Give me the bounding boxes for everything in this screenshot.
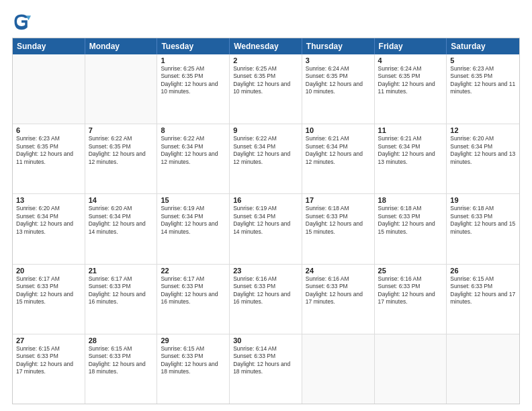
calendar-cell: 4Sunrise: 6:24 AM Sunset: 6:35 PM Daylig… xyxy=(375,54,447,124)
day-info: Sunrise: 6:18 AM Sunset: 6:33 PM Dayligh… xyxy=(378,205,443,236)
calendar-row-3: 13Sunrise: 6:20 AM Sunset: 6:34 PM Dayli… xyxy=(13,193,519,263)
day-info: Sunrise: 6:15 AM Sunset: 6:33 PM Dayligh… xyxy=(450,275,516,306)
calendar-cell: 21Sunrise: 6:17 AM Sunset: 6:33 PM Dayli… xyxy=(85,265,158,334)
calendar-cell: 23Sunrise: 6:16 AM Sunset: 6:33 PM Dayli… xyxy=(230,265,302,334)
header-day-thursday: Thursday xyxy=(302,38,375,54)
day-info: Sunrise: 6:22 AM Sunset: 6:34 PM Dayligh… xyxy=(161,135,226,166)
calendar-cell xyxy=(302,334,375,404)
day-number: 7 xyxy=(89,126,154,134)
day-number: 18 xyxy=(378,196,443,204)
day-number: 9 xyxy=(233,126,298,134)
calendar-cell: 28Sunrise: 6:15 AM Sunset: 6:33 PM Dayli… xyxy=(85,334,158,404)
header-day-monday: Monday xyxy=(85,38,158,54)
day-number: 1 xyxy=(161,56,226,64)
calendar-cell: 6Sunrise: 6:23 AM Sunset: 6:35 PM Daylig… xyxy=(13,124,85,193)
calendar-cell: 26Sunrise: 6:15 AM Sunset: 6:33 PM Dayli… xyxy=(447,265,519,334)
calendar-cell xyxy=(13,54,85,124)
calendar-cell xyxy=(85,54,158,124)
calendar-cell: 17Sunrise: 6:18 AM Sunset: 6:33 PM Dayli… xyxy=(302,194,375,263)
calendar-cell: 3Sunrise: 6:24 AM Sunset: 6:35 PM Daylig… xyxy=(302,54,375,124)
calendar-cell: 29Sunrise: 6:15 AM Sunset: 6:33 PM Dayli… xyxy=(157,334,230,404)
calendar-row-1: 1Sunrise: 6:25 AM Sunset: 6:35 PM Daylig… xyxy=(13,54,519,124)
calendar-cell: 11Sunrise: 6:21 AM Sunset: 6:34 PM Dayli… xyxy=(375,124,447,193)
day-number: 25 xyxy=(378,267,443,275)
day-info: Sunrise: 6:17 AM Sunset: 6:33 PM Dayligh… xyxy=(16,275,81,306)
day-number: 2 xyxy=(233,56,298,64)
day-info: Sunrise: 6:24 AM Sunset: 6:35 PM Dayligh… xyxy=(378,65,443,96)
day-info: Sunrise: 6:18 AM Sunset: 6:33 PM Dayligh… xyxy=(306,205,371,236)
day-info: Sunrise: 6:20 AM Sunset: 6:34 PM Dayligh… xyxy=(450,135,516,166)
day-number: 12 xyxy=(450,126,516,134)
calendar-cell: 8Sunrise: 6:22 AM Sunset: 6:34 PM Daylig… xyxy=(157,124,230,193)
day-number: 3 xyxy=(306,56,371,64)
calendar-cell: 18Sunrise: 6:18 AM Sunset: 6:33 PM Dayli… xyxy=(375,194,447,263)
day-number: 10 xyxy=(306,126,371,134)
calendar-cell: 19Sunrise: 6:18 AM Sunset: 6:33 PM Dayli… xyxy=(447,194,519,263)
day-number: 19 xyxy=(450,196,516,204)
page: SundayMondayTuesdayWednesdayThursdayFrid… xyxy=(0,0,532,411)
calendar-cell: 22Sunrise: 6:17 AM Sunset: 6:33 PM Dayli… xyxy=(157,265,230,334)
day-info: Sunrise: 6:15 AM Sunset: 6:33 PM Dayligh… xyxy=(161,345,226,376)
day-info: Sunrise: 6:17 AM Sunset: 6:33 PM Dayligh… xyxy=(161,275,226,306)
day-info: Sunrise: 6:16 AM Sunset: 6:33 PM Dayligh… xyxy=(306,275,371,306)
day-info: Sunrise: 6:22 AM Sunset: 6:35 PM Dayligh… xyxy=(89,135,154,166)
day-info: Sunrise: 6:19 AM Sunset: 6:34 PM Dayligh… xyxy=(161,205,226,236)
day-number: 11 xyxy=(378,126,443,134)
day-number: 22 xyxy=(161,267,226,275)
header-day-wednesday: Wednesday xyxy=(230,38,302,54)
day-number: 29 xyxy=(161,336,226,345)
day-info: Sunrise: 6:23 AM Sunset: 6:35 PM Dayligh… xyxy=(450,65,516,96)
calendar-cell: 12Sunrise: 6:20 AM Sunset: 6:34 PM Dayli… xyxy=(447,124,519,193)
calendar-row-5: 27Sunrise: 6:15 AM Sunset: 6:33 PM Dayli… xyxy=(13,334,519,404)
day-info: Sunrise: 6:25 AM Sunset: 6:35 PM Dayligh… xyxy=(233,65,298,96)
day-info: Sunrise: 6:23 AM Sunset: 6:35 PM Dayligh… xyxy=(16,135,81,166)
day-info: Sunrise: 6:14 AM Sunset: 6:33 PM Dayligh… xyxy=(233,345,298,376)
day-info: Sunrise: 6:21 AM Sunset: 6:34 PM Dayligh… xyxy=(306,135,371,166)
calendar-cell: 25Sunrise: 6:16 AM Sunset: 6:33 PM Dayli… xyxy=(375,265,447,334)
day-number: 8 xyxy=(161,126,226,134)
day-info: Sunrise: 6:20 AM Sunset: 6:34 PM Dayligh… xyxy=(16,205,81,236)
day-number: 27 xyxy=(16,336,81,345)
day-number: 14 xyxy=(89,196,154,204)
calendar-cell: 20Sunrise: 6:17 AM Sunset: 6:33 PM Dayli… xyxy=(13,265,85,334)
header-day-tuesday: Tuesday xyxy=(157,38,230,54)
day-info: Sunrise: 6:17 AM Sunset: 6:33 PM Dayligh… xyxy=(89,275,154,306)
day-info: Sunrise: 6:22 AM Sunset: 6:34 PM Dayligh… xyxy=(233,135,298,166)
day-info: Sunrise: 6:15 AM Sunset: 6:33 PM Dayligh… xyxy=(89,345,154,376)
day-number: 24 xyxy=(306,267,371,275)
day-info: Sunrise: 6:18 AM Sunset: 6:33 PM Dayligh… xyxy=(450,205,516,236)
day-number: 30 xyxy=(233,336,298,345)
day-number: 26 xyxy=(450,267,516,275)
day-info: Sunrise: 6:24 AM Sunset: 6:35 PM Dayligh… xyxy=(306,65,371,96)
header-day-sunday: Sunday xyxy=(13,38,85,54)
day-info: Sunrise: 6:15 AM Sunset: 6:33 PM Dayligh… xyxy=(16,345,81,376)
day-number: 20 xyxy=(16,267,81,275)
calendar-cell: 13Sunrise: 6:20 AM Sunset: 6:34 PM Dayli… xyxy=(13,194,85,263)
day-info: Sunrise: 6:19 AM Sunset: 6:34 PM Dayligh… xyxy=(233,205,298,236)
day-info: Sunrise: 6:16 AM Sunset: 6:33 PM Dayligh… xyxy=(233,275,298,306)
calendar-cell: 14Sunrise: 6:20 AM Sunset: 6:34 PM Dayli… xyxy=(85,194,158,263)
day-number: 5 xyxy=(450,56,516,64)
calendar: SundayMondayTuesdayWednesdayThursdayFrid… xyxy=(12,38,520,404)
calendar-cell: 1Sunrise: 6:25 AM Sunset: 6:35 PM Daylig… xyxy=(157,54,230,124)
day-number: 23 xyxy=(233,267,298,275)
calendar-body: 1Sunrise: 6:25 AM Sunset: 6:35 PM Daylig… xyxy=(13,54,519,404)
day-number: 6 xyxy=(16,126,81,134)
calendar-cell: 10Sunrise: 6:21 AM Sunset: 6:34 PM Dayli… xyxy=(302,124,375,193)
calendar-header: SundayMondayTuesdayWednesdayThursdayFrid… xyxy=(13,38,519,54)
day-number: 4 xyxy=(378,56,443,64)
logo xyxy=(12,12,34,31)
calendar-cell: 5Sunrise: 6:23 AM Sunset: 6:35 PM Daylig… xyxy=(447,54,519,124)
day-info: Sunrise: 6:21 AM Sunset: 6:34 PM Dayligh… xyxy=(378,135,443,166)
calendar-cell: 24Sunrise: 6:16 AM Sunset: 6:33 PM Dayli… xyxy=(302,265,375,334)
day-number: 28 xyxy=(89,336,154,345)
day-number: 15 xyxy=(161,196,226,204)
header-day-saturday: Saturday xyxy=(447,38,519,54)
calendar-cell: 2Sunrise: 6:25 AM Sunset: 6:35 PM Daylig… xyxy=(230,54,302,124)
day-info: Sunrise: 6:25 AM Sunset: 6:35 PM Dayligh… xyxy=(161,65,226,96)
day-number: 17 xyxy=(306,196,371,204)
calendar-cell: 16Sunrise: 6:19 AM Sunset: 6:34 PM Dayli… xyxy=(230,194,302,263)
header xyxy=(12,12,520,31)
calendar-cell xyxy=(375,334,447,404)
calendar-cell: 27Sunrise: 6:15 AM Sunset: 6:33 PM Dayli… xyxy=(13,334,85,404)
